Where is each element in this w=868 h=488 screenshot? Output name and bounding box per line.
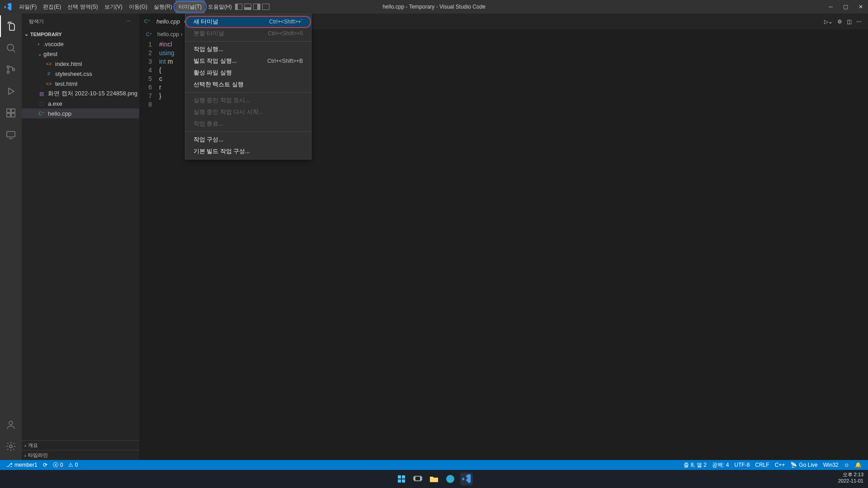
menu-item-0[interactable]: 새 터미널Ctrl+<Shift>+` xyxy=(185,16,311,28)
menu-item-shortcut: Ctrl+<Shift>+B xyxy=(267,58,303,64)
status-problems[interactable]: ⓧ0 ⚠0 xyxy=(50,461,81,469)
menu-item-13[interactable]: 기본 빌드 작업 구성... xyxy=(185,145,311,157)
status-eol[interactable]: CRLF xyxy=(752,461,772,469)
menu-selection[interactable]: 선택 영역(S) xyxy=(64,0,101,14)
layout-bottom-icon[interactable] xyxy=(244,4,251,10)
tree-file-test-html[interactable]: <>test.html xyxy=(22,79,139,89)
error-icon: ⓧ xyxy=(53,461,58,469)
menu-help[interactable]: 도움말(H) xyxy=(205,0,235,14)
status-line-col[interactable]: 줄 8, 열 2 xyxy=(681,461,709,469)
task-view-icon[interactable] xyxy=(411,473,424,485)
branch-icon: ⎇ xyxy=(6,462,13,468)
menu-edit[interactable]: 편집(E) xyxy=(40,0,64,14)
menu-item-label: 작업 구성... xyxy=(193,136,223,144)
close-button[interactable]: ✕ xyxy=(853,0,868,14)
layout-left-icon[interactable] xyxy=(235,4,242,10)
tree-item-label: hello.cpp xyxy=(48,110,71,117)
menu-file[interactable]: 파일(F) xyxy=(16,0,40,14)
menu-terminal[interactable]: 터미널(T) xyxy=(175,0,205,14)
chevron-right-icon: › xyxy=(24,453,26,458)
menu-item-label: 실행 중인 작업 다시 시작... xyxy=(193,108,263,116)
search-icon[interactable] xyxy=(0,37,22,59)
status-branch[interactable]: ⎇member1 xyxy=(4,462,40,468)
minimize-button[interactable]: ─ xyxy=(823,0,838,14)
explorer-icon[interactable] xyxy=(0,15,22,37)
chevron-down-icon: ⌄ xyxy=(24,31,28,37)
explorer-sidebar: 탐색기 ⋯ ⌄ TEMPORARY ›.vscode ⌄gitest <>ind… xyxy=(22,14,139,460)
tree-file-screenshot-png[interactable]: ▧화면 캡처 2022-10-15 224858.png xyxy=(22,89,139,99)
image-file-icon: ▧ xyxy=(38,90,45,97)
split-editor-icon[interactable]: ◫ xyxy=(847,19,852,25)
source-control-icon[interactable] xyxy=(0,59,22,80)
more-actions-icon[interactable]: ⋯ xyxy=(856,19,862,25)
explorer-root[interactable]: ⌄ TEMPORARY xyxy=(22,29,139,39)
svg-rect-15 xyxy=(402,479,405,483)
sidebar-more-icon[interactable]: ⋯ xyxy=(126,19,132,24)
status-notifications[interactable]: 🔔 xyxy=(852,461,864,469)
edge-icon[interactable] xyxy=(444,473,457,485)
run-icon[interactable]: ▷⌄ xyxy=(824,19,833,25)
file-explorer-icon[interactable] xyxy=(428,473,440,485)
status-os[interactable]: Win32 xyxy=(821,461,841,469)
svg-point-11 xyxy=(9,445,12,448)
run-debug-icon[interactable] xyxy=(0,80,22,102)
outline-section[interactable]: ›개요 xyxy=(22,440,139,450)
tree-file-stylesheet-css[interactable]: #stylesheet.css xyxy=(22,69,139,79)
code-line: } xyxy=(159,92,161,99)
menu-item-3[interactable]: 작업 실행... xyxy=(185,43,311,55)
status-feedback[interactable]: ☺ xyxy=(841,461,852,469)
file-tree: ›.vscode ⌄gitest <>index.html #styleshee… xyxy=(22,39,139,118)
golive-label: Go Live xyxy=(799,462,817,468)
menu-item-6[interactable]: 선택한 텍스트 실행 xyxy=(185,79,311,90)
vscode-taskbar-icon[interactable] xyxy=(460,473,473,485)
extensions-icon[interactable] xyxy=(0,102,22,124)
svg-rect-12 xyxy=(398,475,401,479)
menu-item-label: 작업 종료... xyxy=(193,120,223,128)
maximize-button[interactable]: ▢ xyxy=(838,0,853,14)
layout-right-icon[interactable] xyxy=(253,4,260,10)
menu-item-12[interactable]: 작업 구성... xyxy=(185,134,311,145)
tree-file-a-exe[interactable]: ⬚a.exe xyxy=(22,99,139,108)
remote-icon[interactable] xyxy=(0,124,22,145)
menu-run[interactable]: 실행(R) xyxy=(151,0,175,14)
menu-item-label: 활성 파일 실행 xyxy=(193,69,232,77)
settings-gear-icon[interactable] xyxy=(0,436,22,457)
code-line: #incl xyxy=(159,41,172,48)
account-icon[interactable] xyxy=(0,414,22,436)
tree-folder-gitest[interactable]: ⌄gitest xyxy=(22,49,139,59)
layout-controls xyxy=(235,4,272,10)
menu-item-5[interactable]: 활성 파일 실행 xyxy=(185,67,311,79)
svg-rect-9 xyxy=(7,131,15,137)
menu-item-10: 작업 종료... xyxy=(185,118,311,130)
tree-file-index-html[interactable]: <>index.html xyxy=(22,59,139,69)
status-spaces[interactable]: 공백: 4 xyxy=(709,461,731,469)
status-encoding[interactable]: UTF-8 xyxy=(731,461,752,469)
status-go-live[interactable]: 📡Go Live xyxy=(788,461,820,469)
html-file-icon: <> xyxy=(45,80,52,87)
chevron-down-icon: ⌄ xyxy=(38,52,43,56)
code-content: #incl using int m { c r } xyxy=(159,39,174,460)
menu-go[interactable]: 이동(G) xyxy=(126,0,151,14)
timeline-section[interactable]: ›타임라인 xyxy=(22,450,139,460)
svg-rect-14 xyxy=(398,479,401,483)
code-line: using xyxy=(159,49,174,56)
status-language[interactable]: C++ xyxy=(772,461,788,469)
start-icon[interactable] xyxy=(395,473,408,485)
menu-view[interactable]: 보기(V) xyxy=(101,0,126,14)
tree-folder-vscode[interactable]: ›.vscode xyxy=(22,39,139,49)
status-sync[interactable]: ⟳ xyxy=(40,462,50,468)
timeline-label: 타임라인 xyxy=(28,452,48,459)
settings-icon[interactable]: ⚙ xyxy=(837,19,842,25)
chevron-right-icon: › xyxy=(38,42,43,47)
svg-point-19 xyxy=(446,475,454,483)
menu-item-1: 분할 터미널Ctrl+<Shift>+5 xyxy=(185,28,311,39)
svg-rect-7 xyxy=(11,113,15,117)
tree-item-label: .vscode xyxy=(43,41,64,47)
clock-time: 오후 2:13 xyxy=(838,471,863,478)
svg-line-1 xyxy=(13,50,15,52)
line-numbers: 12345678 xyxy=(139,39,159,460)
taskbar-clock[interactable]: 오후 2:13 2022-11-01 xyxy=(838,471,863,484)
layout-grid-icon[interactable] xyxy=(262,4,269,10)
tree-file-hello-cpp[interactable]: C⁺hello.cpp xyxy=(22,108,139,118)
menu-item-4[interactable]: 빌드 작업 실행...Ctrl+<Shift>+B xyxy=(185,55,311,67)
